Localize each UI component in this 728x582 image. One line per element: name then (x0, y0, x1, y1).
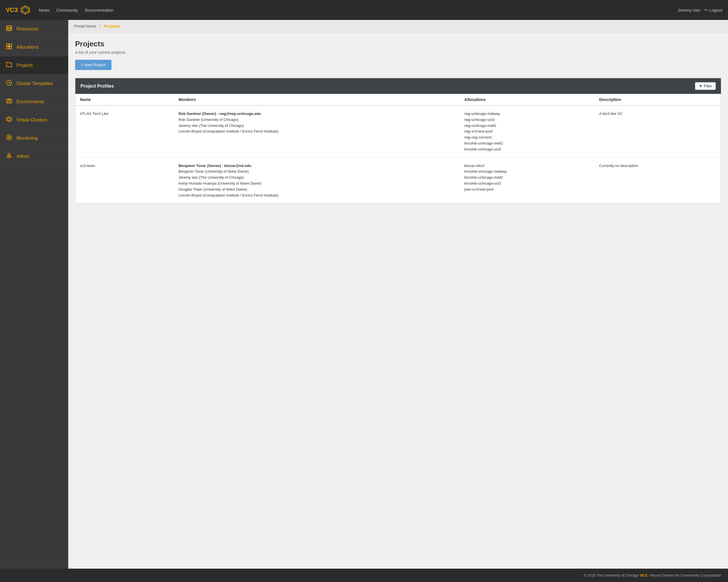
sidebar-monitoring[interactable]: Monitoring (0, 129, 68, 147)
svg-marker-1 (23, 7, 28, 12)
svg-rect-12 (9, 47, 12, 49)
user-section: Jeremy Van ↪ Logout (678, 7, 722, 12)
nav-news[interactable]: News (39, 8, 50, 12)
sidebar-virtual-clusters-label: Virtual Clusters (17, 118, 47, 123)
project-description-0: A tier3 like VC (595, 105, 721, 158)
project-member: Benjamin Tovar (University of Notre Dame… (179, 169, 249, 174)
col-members: Members (174, 94, 460, 105)
user-name: Jeremy Van (678, 8, 700, 12)
allocation-item: rwg-uchicago-mwt2 (464, 123, 496, 128)
main-layout: Resources Allocations Projects Cluster T… (0, 20, 728, 568)
footer-text: © 2018 The University of Chicago (583, 573, 640, 578)
sidebar-virtual-clusters[interactable]: Virtual Clusters (0, 111, 68, 129)
sidebar-projects[interactable]: Projects (0, 56, 68, 75)
logo-text: VC3 (6, 6, 18, 14)
breadcrumb-parent[interactable]: Portal Home (74, 24, 96, 28)
project-members-1: Benjamin Tovar (Owner) - btovar@nd.eduBe… (174, 158, 460, 203)
resources-icon (6, 25, 12, 33)
allocation-item: rwg-osg-connect (464, 135, 492, 140)
sidebar-monitoring-label: Monitoring (17, 136, 38, 141)
logout-button[interactable]: ↪ Logout (704, 7, 722, 12)
sidebar: Resources Allocations Projects Cluster T… (0, 20, 68, 568)
project-member: Rob Gardner (University of Chicago) (179, 118, 238, 122)
environments-icon (6, 98, 12, 105)
nav-documentation[interactable]: Documentation (85, 8, 113, 12)
sidebar-projects-label: Projects (17, 63, 33, 68)
svg-rect-23 (8, 156, 10, 158)
page-subtitle: A list of your current projects (75, 50, 721, 55)
project-member: Jeremy Van (The University of Chicago) (179, 175, 244, 179)
page-title: Projects (75, 40, 721, 48)
table-row: vc3-teamBenjamin Tovar (Owner) - btovar@… (75, 158, 721, 203)
allocation-item: lincolnb-uchicago-mwt2 (464, 175, 503, 179)
sidebar-resources[interactable]: Resources (0, 20, 68, 38)
svg-rect-9 (6, 44, 9, 46)
sidebar-admin-label: Admin (17, 154, 29, 159)
table-row: ATLAS Tier3 LikeRob Gardner (Owner) - rw… (75, 105, 721, 158)
allocations-icon (6, 43, 12, 51)
project-allocations-0: rwg-uchicago-midwayrwg-uchicago-uct3rwg-… (460, 105, 595, 158)
svg-point-21 (9, 137, 10, 138)
monitoring-icon (6, 134, 12, 142)
logout-icon: ↪ (704, 7, 708, 12)
cluster-templates-icon (6, 80, 12, 87)
allocation-item: lincolnb-uchicago-uct3 (464, 181, 501, 185)
svg-marker-17 (6, 117, 12, 122)
allocation-item: rwg-vc3-test-pool (464, 129, 493, 133)
nav-community[interactable]: Community (56, 8, 78, 12)
project-member: Douglas Thain (University of Notre Dame) (179, 187, 247, 192)
new-project-button[interactable]: + New Project (75, 60, 111, 70)
sidebar-allocations-label: Allocations (17, 45, 38, 50)
project-member: Kenyi Hurtado Anampa (University of Notr… (179, 181, 261, 185)
main-content: Portal Home / Projects Projects A list o… (68, 20, 728, 568)
sidebar-environments-label: Environments (17, 99, 44, 104)
allocation-item: jvan-vc3-test-pool (464, 187, 494, 192)
allocation-item: rwg-uchicago-uct3 (464, 118, 495, 122)
table-header-bar: Project Profiles ▼ Filter (75, 78, 721, 94)
sidebar-resources-label: Resources (17, 26, 38, 31)
virtual-clusters-icon (6, 116, 12, 124)
sidebar-cluster-templates[interactable]: Cluster Templates (0, 75, 68, 93)
sidebar-admin[interactable]: Admin (0, 147, 68, 166)
svg-marker-18 (8, 118, 10, 121)
svg-rect-16 (8, 101, 10, 102)
table-header-row: Name Members Allocations Description (75, 94, 721, 105)
project-member: Lincoln Bryant (Computation Institute / … (179, 129, 279, 133)
projects-icon (6, 61, 12, 69)
filter-button[interactable]: ▼ Filter (695, 82, 716, 90)
svg-point-14 (8, 82, 10, 83)
allocation-item: lincolnb-uchicago-uct3 (464, 147, 501, 151)
sidebar-environments[interactable]: Environments (0, 93, 68, 111)
svg-rect-11 (6, 47, 9, 49)
col-description: Description (595, 94, 721, 105)
svg-rect-10 (9, 44, 12, 46)
allocation-item: lincolnb-uchicago-midway (464, 169, 507, 174)
col-allocations: Allocations (460, 94, 595, 105)
footer-text2: , Virtual Clusters for Community Computa… (647, 573, 721, 578)
project-member: Lincoln Bryant (Computation Institute / … (179, 193, 279, 197)
filter-icon: ▼ (699, 84, 702, 88)
topnav: VC3 News Community Documentation Jeremy … (0, 0, 728, 20)
footer: © 2018 The University of Chicago VC3, Vi… (0, 568, 728, 582)
breadcrumb-current: Projects (104, 24, 120, 28)
allocation-item: rwg-uchicago-midway (464, 111, 500, 116)
allocation-item: lincolnb-uchicago-mwt2 (464, 141, 503, 145)
project-allocations-1: btovar-ndccllincolnb-uchicago-midwaylinc… (460, 158, 595, 203)
project-description-1: Currently no description (595, 158, 721, 203)
sidebar-allocations[interactable]: Allocations (0, 38, 68, 56)
sidebar-cluster-templates-label: Cluster Templates (17, 81, 53, 86)
logo-icon (20, 5, 30, 15)
svg-rect-15 (6, 100, 12, 103)
logo[interactable]: VC3 (6, 5, 30, 15)
project-members-0: Rob Gardner (Owner) - rwg@hep.uchicago.e… (174, 105, 460, 158)
project-name-1: vc3-team (75, 158, 174, 203)
footer-brand: VC3 (640, 573, 647, 578)
nav-links: News Community Documentation (39, 8, 678, 12)
svg-point-22 (8, 153, 10, 156)
project-member: Jeremy Van (The University of Chicago) (179, 123, 244, 128)
page-content-area: Projects A list of your current projects… (68, 33, 728, 210)
projects-table: Name Members Allocations Description ATL… (75, 94, 721, 203)
project-name-0: ATLAS Tier3 Like (75, 105, 174, 158)
table-title: Project Profiles (80, 84, 114, 89)
project-profiles-table-container: Project Profiles ▼ Filter Name Members A… (75, 78, 721, 204)
